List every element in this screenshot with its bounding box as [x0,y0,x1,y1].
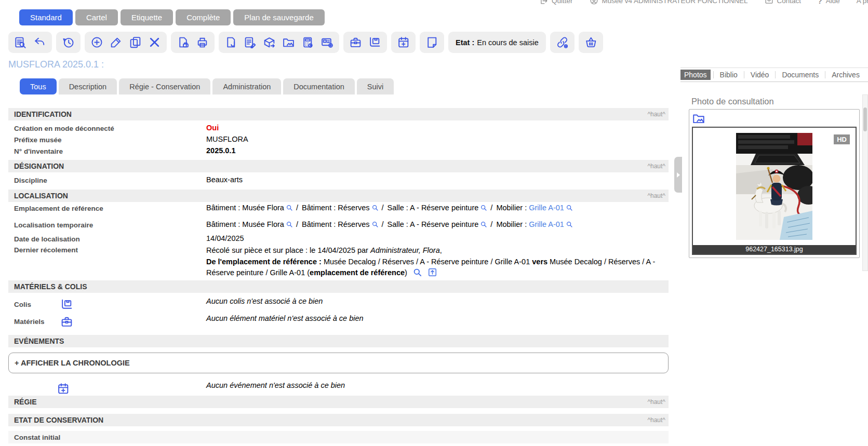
parcel-button[interactable] [367,34,383,50]
edit-record-button[interactable] [108,34,124,50]
field-constat-initial: Constat initial [8,431,669,443]
search-icon[interactable] [566,221,573,228]
folder-media-button[interactable] [281,34,297,50]
media-tabs: Photos Biblio Vidéo Documents Archives [680,67,868,82]
tab-video[interactable]: Vidéo [744,70,776,79]
back-to-top-link[interactable]: ^haut^ [647,192,665,199]
scrollbar-thumb[interactable] [863,107,867,131]
tab-administration[interactable]: Administration [212,78,281,94]
view-tabs: Standard Cartel Etiquette Complète Plan … [19,9,325,25]
field-evenements-empty: Aucun événement n'est associé à ce bien [8,381,669,395]
tab-standard[interactable]: Standard [19,9,73,25]
tab-biblio[interactable]: Biblio [714,70,744,79]
about-button[interactable]: A propos [857,0,868,5]
back-to-top-link[interactable]: ^haut^ [647,111,665,118]
record-list-button[interactable] [12,34,29,50]
open-location-icon[interactable] [428,267,437,277]
pencil-icon [110,36,123,49]
tab-documentation[interactable]: Documentation [283,78,355,94]
search-icon[interactable] [371,221,379,228]
add-event-button[interactable] [395,34,411,50]
tab-cartel[interactable]: Cartel [75,9,118,25]
tab-regie-conservation[interactable]: Régie - Conservation [119,78,210,94]
tab-documents[interactable]: Documents [776,70,825,79]
tab-plan-sauvegarde[interactable]: Plan de sauvegarde [233,9,324,25]
materials-button[interactable] [348,34,364,50]
contact-button[interactable]: Contact [765,0,802,5]
history-button[interactable] [60,34,76,50]
delete-record-button[interactable] [146,34,163,50]
field-date-localisation: Date de localisation 14/04/2025 [8,234,669,243]
tab-complete[interactable]: Complète [176,9,231,25]
back-to-top-link[interactable]: ^haut^ [647,416,665,424]
section-regie: RÉGIE ^haut^ [8,396,669,408]
search-icon[interactable] [371,204,379,211]
tab-etiquette[interactable]: Etiquette [121,9,173,25]
printer-icon [196,36,209,49]
folder-image-icon[interactable] [692,112,857,125]
attach-file-button[interactable] [223,34,239,50]
note-button[interactable] [424,34,440,50]
back-button[interactable] [32,34,48,50]
panel-scrollbar[interactable] [862,94,868,271]
page-title: MUSFLORA 2025.0.1 : [8,59,104,70]
tab-photos[interactable]: Photos [680,70,711,80]
tab-suivi[interactable]: Suivi [357,78,394,94]
search-icon[interactable] [412,267,422,277]
package-box-icon [263,36,276,49]
afficher-chronologie-button[interactable]: + AFFICHER LA CHRONOLOGIE [8,353,669,373]
add-record-button[interactable] [89,34,105,50]
form-edit-button[interactable] [242,34,258,50]
user-icon [590,0,598,5]
toolbar-group-edit [85,32,167,53]
undo-arrow-icon [33,36,46,49]
grille-link[interactable]: Grille A-01 [529,220,564,228]
panel-collapse-handle[interactable] [674,157,682,193]
package-button[interactable] [261,34,277,50]
field-emplacement-reference: Emplacement de référence Bâtiment : Musé… [8,204,669,212]
link-button[interactable] [554,34,570,50]
section-etat-conservation: ETAT DE CONSERVATION ^haut^ [8,414,669,426]
search-icon[interactable] [286,221,293,228]
photo-thumbnail[interactable]: HD [693,128,856,245]
folder-image-icon [282,36,295,49]
search-icon[interactable] [480,204,487,211]
recolement-text: Récolé sur pièce et sur place : le 14/04… [206,245,669,279]
field-numero-inventaire: N° d'inventaire 2025.0.1 [8,146,669,155]
back-to-top-link[interactable]: ^haut^ [647,398,665,406]
valuation-button[interactable] [300,34,316,50]
search-icon[interactable] [286,204,293,211]
quit-button[interactable]: Quitter [539,0,573,5]
search-icon[interactable] [480,221,487,228]
field-dernier-recolement: Dernier récolement Récolé sur pièce et s… [8,245,669,279]
field-discipline: Discipline Beaux-arts [8,175,669,184]
toolbar-group-logistics [343,32,387,53]
toolbar-group-link [550,32,575,53]
print-button[interactable] [194,34,210,50]
trolley-icon[interactable] [60,298,73,311]
toolbar-group-nav [8,32,52,53]
tab-description[interactable]: Description [59,78,117,94]
grille-link[interactable]: Grille A-01 [529,204,564,212]
hd-badge[interactable]: HD [834,134,850,144]
calendar-plus-icon[interactable] [57,382,70,395]
tab-archives[interactable]: Archives [825,70,866,79]
topbar: Quitter Musée v4 ADMINISTRATEUR FONCTION… [539,0,868,5]
basket-button[interactable] [583,34,599,50]
help-button[interactable]: ? Aide [818,0,840,5]
toolbar-group-actions [219,32,339,53]
duplicate-record-button[interactable] [127,34,143,50]
field-creation-deconnecte: Création en mode déconnecté Oui [8,124,669,132]
user-menu[interactable]: Musée v4 ADMINISTRATEUR FONCTIONNEL [590,0,748,5]
search-icon[interactable] [566,204,573,211]
section-localisation: LOCALISATION ^haut^ [8,190,669,202]
toolbar-group-event [391,32,416,53]
back-to-top-link[interactable]: ^haut^ [647,163,665,170]
calculator-icon [301,36,314,49]
print-file-button[interactable] [175,34,191,50]
tab-tous[interactable]: Tous [20,78,57,94]
toolbar-group-basket [579,32,603,53]
toolbox-icon[interactable] [60,315,73,328]
mail-icon [765,0,773,5]
card-add-button[interactable] [319,34,335,50]
